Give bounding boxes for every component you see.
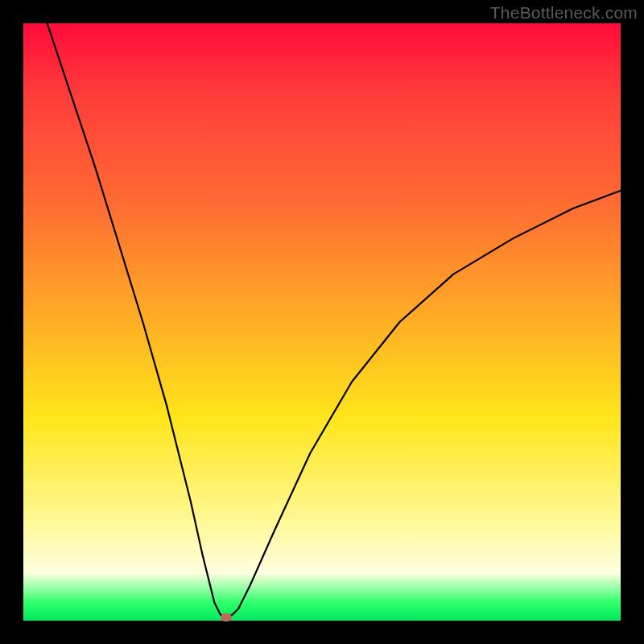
- plot-gradient-background: [23, 23, 621, 621]
- chart-frame: TheBottleneck.com: [0, 0, 644, 644]
- watermark-text: TheBottleneck.com: [490, 3, 638, 23]
